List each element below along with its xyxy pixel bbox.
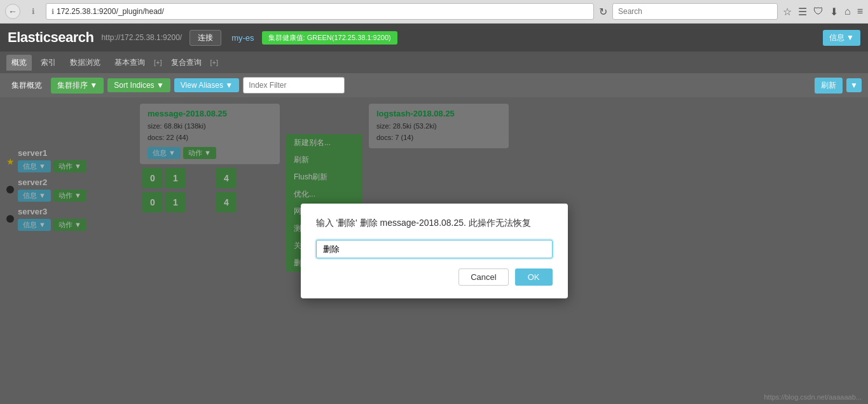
tab-browse[interactable]: 数据浏览 (65, 55, 106, 71)
tab-basic-query[interactable]: 基本查询 (109, 55, 150, 71)
sort-indices-button[interactable]: Sort Indices ▼ (107, 78, 170, 92)
modal-cancel-button[interactable]: Cancel (458, 268, 508, 286)
cluster-overview-label[interactable]: 集群概览 (6, 78, 47, 94)
refresh-button[interactable]: ↻ (599, 6, 607, 18)
tab-compound-query[interactable]: 复合查询 (166, 55, 207, 71)
reader-icon[interactable]: ☰ (798, 6, 807, 18)
browser-search-input[interactable] (612, 3, 778, 20)
modal-backdrop: 输入 '删除' 删除 message-2018.08.25. 此操作无法恢复 C… (0, 97, 868, 404)
info-icon: ℹ (25, 4, 41, 19)
tab-basic-plus[interactable]: [+] (154, 59, 162, 66)
app-url: http://172.25.38.1:9200/ (101, 33, 182, 42)
tab-overview[interactable]: 概览 (6, 55, 32, 71)
browser-chrome: ← ℹ ℹ 172.25.38.1:9200/_plugin/head/ ↻ ☆… (0, 0, 868, 24)
tab-index[interactable]: 索引 (36, 55, 61, 71)
browser-toolbar: ← ℹ ℹ 172.25.38.1:9200/_plugin/head/ ↻ ☆… (0, 0, 868, 23)
cluster-status: 集群健康值: GREEN(172.25.38.1:9200) (262, 31, 397, 45)
toolbar: 集群概览 集群排序 ▼ Sort Indices ▼ View Aliases … (0, 73, 868, 97)
connect-button[interactable]: 连接 (189, 30, 221, 46)
address-bar[interactable]: ℹ 172.25.38.1:9200/_plugin/head/ (46, 3, 594, 20)
nav-tabs: 概览 索引 数据浏览 基本查询 [+] 复合查询 [+] (0, 52, 868, 73)
app-title: Elasticsearch (8, 29, 93, 46)
bookmark-icon[interactable]: ☆ (783, 6, 792, 18)
index-filter-input[interactable] (243, 77, 345, 94)
shield-icon[interactable]: 🛡 (813, 6, 823, 18)
download-icon[interactable]: ⬇ (830, 6, 838, 18)
home-icon[interactable]: ⌂ (844, 6, 851, 18)
cluster-name: my-es (231, 33, 254, 43)
menu-icon[interactable]: ≡ (857, 6, 863, 18)
app-header: Elasticsearch http://172.25.38.1:9200/ 连… (0, 24, 868, 52)
refresh-dropdown-button[interactable]: ▼ (846, 78, 862, 92)
refresh-button[interactable]: 刷新 (815, 78, 843, 94)
tab-compound-plus[interactable]: [+] (210, 59, 219, 66)
url-text: 172.25.38.1:9200/_plugin/head/ (57, 7, 164, 16)
modal-ok-button[interactable]: OK (515, 268, 553, 286)
modal-dialog: 输入 '删除' 删除 message-2018.08.25. 此操作无法恢复 C… (301, 204, 568, 298)
view-aliases-button[interactable]: View Aliases ▼ (174, 78, 239, 92)
back-button[interactable]: ← (5, 4, 20, 19)
main-content: ★ server1 信息 ▼ 动作 ▼ server2 信息 ▼ 动作 ▼ (0, 97, 868, 404)
info-header-button[interactable]: 信息 ▼ (823, 30, 860, 46)
modal-buttons: Cancel OK (316, 268, 553, 286)
modal-message: 输入 '删除' 删除 message-2018.08.25. 此操作无法恢复 (316, 216, 553, 230)
modal-input[interactable] (316, 240, 553, 258)
lock-icon: ℹ (52, 8, 54, 16)
browser-icons: ☆ ☰ 🛡 ⬇ ⌂ ≡ (783, 6, 863, 18)
cluster-sort-button[interactable]: 集群排序 ▼ (51, 78, 104, 94)
